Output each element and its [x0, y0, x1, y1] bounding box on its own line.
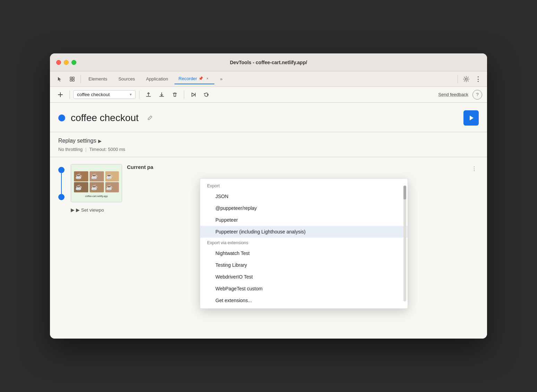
- close-window-button[interactable]: [56, 60, 61, 65]
- step-timeline: [58, 164, 65, 213]
- svg-text:☕: ☕: [91, 173, 98, 179]
- svg-point-4: [465, 78, 467, 80]
- svg-text:☕: ☕: [106, 184, 113, 190]
- step-dot-2: [58, 194, 65, 200]
- header-right: [463, 110, 479, 126]
- export-puppeteer-item[interactable]: Puppeteer: [200, 214, 408, 226]
- export-puppeteer-lighthouse-item[interactable]: Puppeteer (including Lighthouse analysis…: [200, 226, 408, 238]
- inspect-layers-button[interactable]: [67, 74, 78, 85]
- upload-button[interactable]: [143, 89, 154, 100]
- svg-rect-3: [73, 79, 74, 81]
- tab-recorder-label: Recorder: [179, 76, 197, 81]
- dropdown-scrollbar-thumb[interactable]: [403, 186, 406, 199]
- replay-settings-section: Replay settings ▶ No throttling | Timeou…: [50, 132, 487, 157]
- export-via-extensions-label: Export via extensions: [200, 238, 408, 247]
- no-throttling-label: No throttling: [58, 147, 83, 152]
- edit-recording-name-button[interactable]: [144, 112, 155, 123]
- delete-button[interactable]: [169, 89, 180, 100]
- svg-rect-1: [73, 77, 74, 79]
- step-thumbnail: ☕ ☕ ☕ ☕ ☕ ☕ coffee-cart.netlify.app: [71, 164, 122, 202]
- pin-icon: 📌: [198, 76, 203, 81]
- step-2-action-label: ▶ Set viewpo: [76, 207, 104, 213]
- recording-name-selector[interactable]: coffee checkout ▾: [73, 90, 136, 99]
- tabs-overflow-button[interactable]: »: [216, 74, 226, 84]
- step-dot-1: [58, 167, 65, 173]
- get-extensions-item[interactable]: Get extensions...: [200, 295, 408, 306]
- cursor-icon-button[interactable]: [54, 74, 65, 85]
- svg-text:☕: ☕: [106, 173, 113, 179]
- recording-header: coffee checkout: [50, 103, 487, 132]
- svg-marker-7: [192, 93, 195, 96]
- traffic-lights: [56, 60, 76, 65]
- tab-separator-2: [458, 75, 458, 83]
- export-testing-library-item[interactable]: Testing Library: [200, 259, 408, 271]
- step-1-title: Current pa: [127, 164, 465, 170]
- export-webdriverio-item[interactable]: WebdriverIO Test: [200, 271, 408, 283]
- replay-large-button[interactable]: [463, 110, 479, 126]
- svg-rect-2: [70, 79, 72, 81]
- settings-gear-button[interactable]: [461, 74, 472, 85]
- new-recording-button[interactable]: [55, 89, 66, 100]
- chevron-down-icon: ▾: [130, 92, 132, 97]
- svg-text:☕: ☕: [91, 184, 98, 190]
- timeout-label: Timeout: 5000 ms: [89, 147, 125, 152]
- svg-rect-0: [70, 77, 72, 79]
- export-section-label: Export: [200, 181, 408, 190]
- replay-button[interactable]: [201, 89, 212, 100]
- step-1-more-button[interactable]: ⋮: [470, 164, 479, 173]
- replay-settings-row[interactable]: Replay settings ▶: [58, 138, 479, 144]
- tab-recorder[interactable]: Recorder 📌 ×: [174, 74, 214, 84]
- send-feedback-button[interactable]: Send feedback: [438, 92, 468, 97]
- window-title: DevTools - coffee-cart.netlify.app/: [230, 60, 307, 65]
- step-1-info: Current pa: [127, 164, 465, 171]
- recorder-toolbar: coffee checkout ▾: [50, 87, 487, 103]
- tab-separator-1: [80, 75, 81, 83]
- export-nightwatch-item[interactable]: Nightwatch Test: [200, 247, 408, 259]
- recording-status-dot: [58, 114, 65, 121]
- replay-settings-label: Replay settings: [58, 138, 96, 144]
- replay-meta: No throttling | Timeout: 5000 ms: [58, 147, 479, 152]
- help-button[interactable]: ?: [472, 90, 482, 100]
- devtools-window: DevTools - coffee-cart.netlify.app/ Elem…: [50, 53, 487, 339]
- export-puppeteer-replay-item[interactable]: @puppeteer/replay: [200, 202, 408, 214]
- toolbar-separator-1: [69, 91, 70, 99]
- step-line-1: [61, 173, 62, 194]
- svg-point-9: [207, 94, 208, 95]
- toolbar-separator-3: [184, 91, 184, 99]
- svg-text:☕: ☕: [75, 173, 82, 179]
- minimize-window-button[interactable]: [64, 60, 69, 65]
- tabs-right-area: ⋮: [456, 74, 483, 85]
- svg-text:☕: ☕: [75, 184, 82, 190]
- step-2-action-expand-icon: ▶: [71, 207, 75, 213]
- devtools-tabs-bar: Elements Sources Application Recorder 📌 …: [50, 71, 487, 87]
- export-json-item[interactable]: JSON: [200, 190, 408, 202]
- play-step-button[interactable]: [188, 89, 199, 100]
- titlebar: DevTools - coffee-cart.netlify.app/: [50, 53, 487, 71]
- tab-elements[interactable]: Elements: [84, 74, 112, 84]
- export-webpagetest-item[interactable]: WebPageTest custom: [200, 283, 408, 295]
- maximize-window-button[interactable]: [71, 60, 76, 65]
- tab-sources[interactable]: Sources: [113, 74, 140, 84]
- dropdown-scrollbar-track: [403, 186, 406, 301]
- close-recorder-tab-button[interactable]: ×: [205, 76, 210, 82]
- main-content: coffee checkout Replay settings ▶: [50, 103, 487, 339]
- download-button[interactable]: [156, 89, 167, 100]
- svg-text:coffee-cart.netlify.app: coffee-cart.netlify.app: [85, 195, 108, 198]
- export-dropdown-menu: Export JSON @puppeteer/replay Puppeteer …: [200, 178, 408, 309]
- svg-marker-10: [470, 116, 474, 120]
- toolbar-separator-2: [139, 91, 139, 99]
- recording-title: coffee checkout: [71, 112, 139, 123]
- recording-name-text: coffee checkout: [77, 92, 128, 97]
- replay-meta-separator: |: [85, 147, 86, 152]
- replay-settings-expand-icon: ▶: [98, 138, 102, 144]
- tab-application[interactable]: Application: [141, 74, 173, 84]
- more-options-button[interactable]: ⋮: [473, 74, 483, 84]
